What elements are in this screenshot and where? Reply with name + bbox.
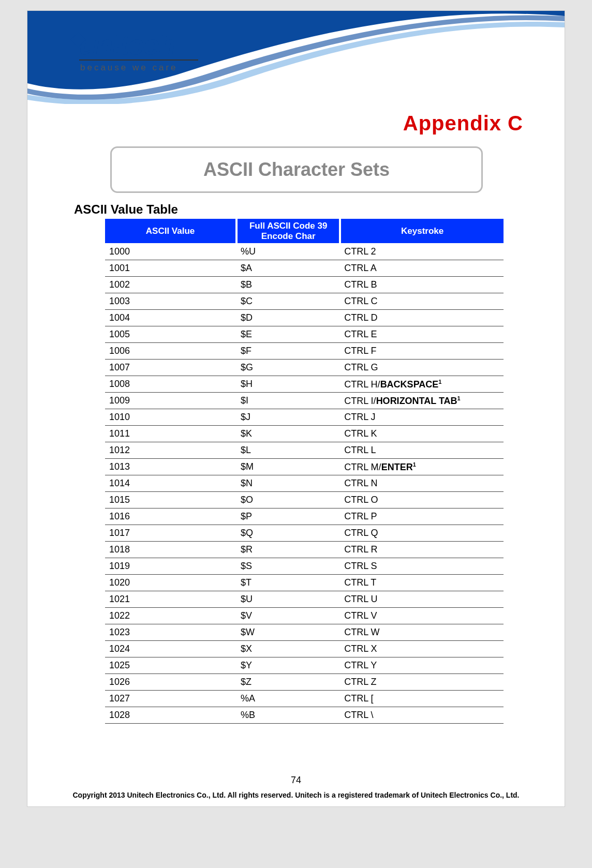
table-row: 1002$BCTRL B (105, 276, 504, 293)
table-row: 1028%BCTRL \ (105, 707, 504, 723)
cell-encode-char: $J (236, 409, 340, 425)
keystroke-text: CTRL \ (344, 710, 373, 720)
cell-keystroke: CTRL W (340, 624, 504, 640)
cell-encode-char: $L (236, 442, 340, 458)
cell-encode-char: $M (236, 458, 340, 475)
cell-encode-char: $W (236, 624, 340, 640)
cell-ascii-value: 1028 (105, 707, 236, 723)
cell-keystroke: CTRL [ (340, 690, 504, 707)
table-row: 1012$LCTRL L (105, 442, 504, 458)
cell-encode-char: $I (236, 392, 340, 409)
table-row: 1008$HCTRL H/BACKSPACE1 (105, 376, 504, 392)
cell-ascii-value: 1019 (105, 558, 236, 574)
cell-keystroke: CTRL 2 (340, 243, 504, 260)
cell-keystroke: CTRL X (340, 640, 504, 657)
table-row: 1001$ACTRL A (105, 260, 504, 276)
keystroke-text: CTRL G (344, 362, 378, 372)
cell-encode-char: $S (236, 558, 340, 574)
cell-ascii-value: 1008 (105, 376, 236, 392)
table-row: 1017$QCTRL Q (105, 525, 504, 541)
cell-ascii-value: 1020 (105, 574, 236, 591)
cell-encode-char: $Q (236, 525, 340, 541)
keystroke-text: CTRL M/ (344, 462, 381, 472)
table-row: 1027%ACTRL [ (105, 690, 504, 707)
keystroke-text: CTRL P (344, 511, 377, 521)
cell-encode-char: %B (236, 707, 340, 723)
cell-ascii-value: 1006 (105, 342, 236, 359)
keystroke-text: CTRL V (344, 610, 377, 621)
cell-ascii-value: 1005 (105, 326, 236, 342)
table-row: 1022$VCTRL V (105, 607, 504, 624)
cell-encode-char: $T (236, 574, 340, 591)
cell-ascii-value: 1004 (105, 309, 236, 326)
cell-keystroke: CTRL P (340, 508, 504, 525)
keystroke-text: CTRL T (344, 577, 376, 588)
cell-keystroke: CTRL K (340, 425, 504, 442)
keystroke-text: CTRL Q (344, 528, 378, 538)
table-row: 1007$GCTRL G (105, 359, 504, 376)
table-row: 1003$CCTRL C (105, 293, 504, 309)
cell-encode-char: $O (236, 491, 340, 508)
cell-encode-char: $H (236, 376, 340, 392)
keystroke-text: CTRL Z (344, 677, 376, 687)
keystroke-text: CTRL 2 (344, 246, 376, 257)
table-row: 1018$RCTRL R (105, 541, 504, 558)
keystroke-superscript: 1 (438, 379, 441, 385)
cell-keystroke: CTRL B (340, 276, 504, 293)
keystroke-text: CTRL K (344, 428, 377, 439)
keystroke-text: CTRL N (344, 478, 377, 488)
footer-copyright: Copyright 2013 Unitech Electronics Co., … (27, 791, 565, 799)
cell-ascii-value: 1015 (105, 491, 236, 508)
table-header-row: ASCII Value Full ASCII Code 39 Encode Ch… (105, 219, 504, 243)
cell-keystroke: CTRL Z (340, 674, 504, 690)
table-row: 1010$JCTRL J (105, 409, 504, 425)
table-heading: ASCII Value Table (74, 202, 178, 217)
cell-keystroke: CTRL S (340, 558, 504, 574)
cell-encode-char: $V (236, 607, 340, 624)
cell-ascii-value: 1021 (105, 591, 236, 607)
cell-keystroke: CTRL O (340, 491, 504, 508)
keystroke-bold: HORIZONTAL TAB (376, 396, 457, 406)
cell-encode-char: $Y (236, 657, 340, 674)
keystroke-text: CTRL W (344, 627, 379, 637)
cell-encode-char: $P (236, 508, 340, 525)
appendix-label: Appendix C (403, 112, 523, 135)
cell-keystroke: CTRL A (340, 260, 504, 276)
cell-keystroke: CTRL T (340, 574, 504, 591)
table-row: 1011$KCTRL K (105, 425, 504, 442)
cell-encode-char: $K (236, 425, 340, 442)
keystroke-text: CTRL U (344, 594, 377, 604)
document-page: unitech because we care Appendix C ASCII… (27, 10, 565, 807)
keystroke-text: CTRL L (344, 445, 376, 455)
keystroke-text: CTRL O (344, 495, 378, 505)
keystroke-text: CTRL B (344, 279, 377, 290)
keystroke-superscript: 1 (413, 461, 416, 468)
table-row: 1016$PCTRL P (105, 508, 504, 525)
cell-ascii-value: 1012 (105, 442, 236, 458)
keystroke-text: CTRL H/ (344, 379, 380, 390)
section-title-text: ASCII Character Sets (203, 159, 390, 181)
keystroke-bold: BACKSPACE (380, 379, 439, 390)
keystroke-text: CTRL J (344, 412, 375, 422)
table-row: 1000%UCTRL 2 (105, 243, 504, 260)
cell-keystroke: CTRL H/BACKSPACE1 (340, 376, 504, 392)
cell-keystroke: CTRL V (340, 607, 504, 624)
cell-keystroke: CTRL C (340, 293, 504, 309)
keystroke-text: CTRL [ (344, 693, 373, 704)
cell-keystroke: CTRL I/HORIZONTAL TAB1 (340, 392, 504, 409)
logo-tagline: because we care (79, 63, 198, 73)
cell-ascii-value: 1027 (105, 690, 236, 707)
header-encode-line1: Full ASCII Code 39 (249, 221, 328, 231)
keystroke-text: CTRL I/ (344, 396, 376, 406)
header-encode-line2: Encode Char (261, 231, 316, 241)
table-row: 1013$MCTRL M/ENTER1 (105, 458, 504, 475)
cell-ascii-value: 1024 (105, 640, 236, 657)
cell-encode-char: $D (236, 309, 340, 326)
header-keystroke: Keystroke (340, 219, 504, 243)
keystroke-text: CTRL R (344, 544, 377, 555)
keystroke-text: CTRL F (344, 346, 376, 356)
logo-wordmark: unitech (79, 31, 198, 58)
cell-encode-char: $U (236, 591, 340, 607)
cell-encode-char: $G (236, 359, 340, 376)
cell-encode-char: $R (236, 541, 340, 558)
